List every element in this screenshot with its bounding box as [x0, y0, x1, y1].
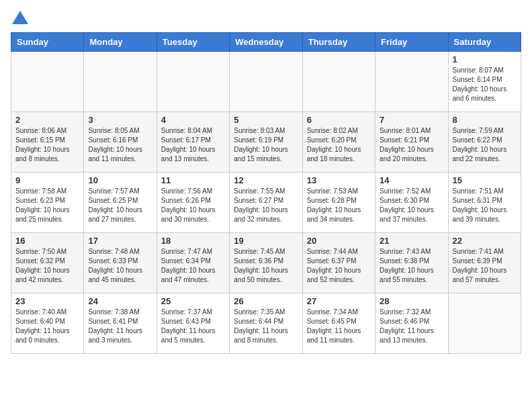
day-number: 11 [161, 175, 225, 185]
day-number: 12 [234, 175, 298, 185]
day-number: 3 [88, 115, 152, 125]
calendar-cell: 24Sunrise: 7:38 AM Sunset: 6:41 PM Dayli… [84, 293, 157, 354]
day-number: 17 [88, 236, 152, 246]
day-info: Sunrise: 7:51 AM Sunset: 6:31 PM Dayligh… [453, 187, 517, 224]
day-number: 19 [234, 236, 298, 246]
day-number: 6 [307, 115, 371, 125]
day-info: Sunrise: 7:35 AM Sunset: 6:44 PM Dayligh… [234, 308, 298, 345]
day-number: 15 [453, 175, 517, 185]
calendar-cell: 10Sunrise: 7:57 AM Sunset: 6:25 PM Dayli… [84, 173, 157, 233]
day-number: 23 [15, 296, 79, 306]
calendar-cell [157, 52, 229, 112]
day-info: Sunrise: 7:32 AM Sunset: 6:46 PM Dayligh… [380, 308, 443, 345]
calendar-week-row: 2Sunrise: 8:06 AM Sunset: 6:15 PM Daylig… [11, 112, 521, 173]
svg-marker-0 [12, 11, 28, 24]
calendar-cell: 19Sunrise: 7:45 AM Sunset: 6:36 PM Dayli… [230, 233, 302, 293]
day-number: 2 [15, 115, 79, 125]
day-info: Sunrise: 8:01 AM Sunset: 6:21 PM Dayligh… [380, 126, 443, 164]
calendar-cell [11, 52, 84, 112]
calendar-cell: 3Sunrise: 8:05 AM Sunset: 6:16 PM Daylig… [84, 112, 157, 173]
day-info: Sunrise: 7:59 AM Sunset: 6:22 PM Dayligh… [453, 126, 517, 164]
calendar-cell: 17Sunrise: 7:48 AM Sunset: 6:33 PM Dayli… [84, 233, 157, 293]
logo-icon [12, 11, 28, 24]
day-number: 18 [161, 236, 225, 246]
day-number: 24 [88, 296, 152, 306]
day-number: 9 [15, 175, 79, 185]
calendar-week-row: 16Sunrise: 7:50 AM Sunset: 6:32 PM Dayli… [11, 233, 521, 293]
day-number: 22 [453, 236, 517, 246]
calendar-cell [448, 293, 521, 354]
calendar-cell: 20Sunrise: 7:44 AM Sunset: 6:37 PM Dayli… [302, 233, 375, 293]
day-info: Sunrise: 7:44 AM Sunset: 6:37 PM Dayligh… [307, 247, 371, 285]
calendar-cell: 21Sunrise: 7:43 AM Sunset: 6:38 PM Dayli… [375, 233, 448, 293]
day-info: Sunrise: 8:02 AM Sunset: 6:20 PM Dayligh… [307, 126, 371, 164]
day-number: 13 [307, 175, 371, 185]
calendar-cell: 8Sunrise: 7:59 AM Sunset: 6:22 PM Daylig… [448, 112, 521, 173]
day-info: Sunrise: 7:50 AM Sunset: 6:32 PM Dayligh… [15, 247, 79, 285]
calendar-cell [302, 52, 375, 112]
header-friday: Friday [375, 33, 448, 52]
day-info: Sunrise: 7:43 AM Sunset: 6:38 PM Dayligh… [380, 247, 443, 285]
calendar-cell: 11Sunrise: 7:56 AM Sunset: 6:26 PM Dayli… [157, 173, 229, 233]
day-info: Sunrise: 7:56 AM Sunset: 6:26 PM Dayligh… [161, 187, 225, 224]
day-number: 28 [380, 296, 443, 306]
day-number: 14 [380, 175, 443, 185]
day-number: 25 [161, 296, 225, 306]
day-number: 10 [88, 175, 152, 185]
logo [11, 11, 30, 24]
day-number: 20 [307, 236, 371, 246]
calendar-cell: 1Sunrise: 8:07 AM Sunset: 6:14 PM Daylig… [448, 52, 521, 112]
header-saturday: Saturday [448, 33, 521, 52]
header-sunday: Sunday [11, 33, 84, 52]
day-info: Sunrise: 7:41 AM Sunset: 6:39 PM Dayligh… [453, 247, 517, 285]
day-info: Sunrise: 7:37 AM Sunset: 6:43 PM Dayligh… [161, 308, 225, 345]
day-number: 27 [307, 296, 371, 306]
day-number: 5 [234, 115, 298, 125]
calendar-cell: 26Sunrise: 7:35 AM Sunset: 6:44 PM Dayli… [230, 293, 302, 354]
calendar-week-row: 1Sunrise: 8:07 AM Sunset: 6:14 PM Daylig… [11, 52, 521, 112]
day-number: 7 [380, 115, 443, 125]
day-number: 8 [453, 115, 517, 125]
day-info: Sunrise: 7:48 AM Sunset: 6:33 PM Dayligh… [88, 247, 152, 285]
calendar-cell: 23Sunrise: 7:40 AM Sunset: 6:40 PM Dayli… [11, 293, 84, 354]
calendar-cell: 22Sunrise: 7:41 AM Sunset: 6:39 PM Dayli… [448, 233, 521, 293]
calendar-cell: 13Sunrise: 7:53 AM Sunset: 6:28 PM Dayli… [302, 173, 375, 233]
calendar-cell: 18Sunrise: 7:47 AM Sunset: 6:34 PM Dayli… [157, 233, 229, 293]
day-info: Sunrise: 7:55 AM Sunset: 6:27 PM Dayligh… [234, 187, 298, 224]
day-info: Sunrise: 8:03 AM Sunset: 6:19 PM Dayligh… [234, 126, 298, 164]
calendar-cell [230, 52, 302, 112]
day-info: Sunrise: 7:53 AM Sunset: 6:28 PM Dayligh… [307, 187, 371, 224]
day-info: Sunrise: 7:58 AM Sunset: 6:23 PM Dayligh… [15, 187, 79, 224]
day-info: Sunrise: 8:06 AM Sunset: 6:15 PM Dayligh… [15, 126, 79, 164]
day-info: Sunrise: 7:45 AM Sunset: 6:36 PM Dayligh… [234, 247, 298, 285]
day-info: Sunrise: 7:57 AM Sunset: 6:25 PM Dayligh… [88, 187, 152, 224]
day-number: 16 [15, 236, 79, 246]
day-info: Sunrise: 7:38 AM Sunset: 6:41 PM Dayligh… [88, 308, 152, 345]
day-info: Sunrise: 8:04 AM Sunset: 6:17 PM Dayligh… [161, 126, 225, 164]
calendar-cell: 6Sunrise: 8:02 AM Sunset: 6:20 PM Daylig… [302, 112, 375, 173]
calendar-cell: 15Sunrise: 7:51 AM Sunset: 6:31 PM Dayli… [448, 173, 521, 233]
calendar-header-row: SundayMondayTuesdayWednesdayThursdayFrid… [11, 33, 521, 52]
day-info: Sunrise: 7:40 AM Sunset: 6:40 PM Dayligh… [15, 308, 79, 345]
header-thursday: Thursday [302, 33, 375, 52]
calendar-cell: 9Sunrise: 7:58 AM Sunset: 6:23 PM Daylig… [11, 173, 84, 233]
calendar-cell: 7Sunrise: 8:01 AM Sunset: 6:21 PM Daylig… [375, 112, 448, 173]
calendar-week-row: 23Sunrise: 7:40 AM Sunset: 6:40 PM Dayli… [11, 293, 521, 354]
header-tuesday: Tuesday [157, 33, 229, 52]
day-number: 4 [161, 115, 225, 125]
calendar-week-row: 9Sunrise: 7:58 AM Sunset: 6:23 PM Daylig… [11, 173, 521, 233]
day-number: 1 [453, 54, 517, 64]
header-wednesday: Wednesday [230, 33, 302, 52]
calendar-cell: 5Sunrise: 8:03 AM Sunset: 6:19 PM Daylig… [230, 112, 302, 173]
day-info: Sunrise: 8:07 AM Sunset: 6:14 PM Dayligh… [453, 66, 517, 103]
calendar-cell [84, 52, 157, 112]
calendar-cell: 28Sunrise: 7:32 AM Sunset: 6:46 PM Dayli… [375, 293, 448, 354]
calendar-cell: 16Sunrise: 7:50 AM Sunset: 6:32 PM Dayli… [11, 233, 84, 293]
day-info: Sunrise: 7:52 AM Sunset: 6:30 PM Dayligh… [380, 187, 443, 224]
calendar-cell: 2Sunrise: 8:06 AM Sunset: 6:15 PM Daylig… [11, 112, 84, 173]
calendar-table: SundayMondayTuesdayWednesdayThursdayFrid… [11, 32, 521, 354]
day-info: Sunrise: 8:05 AM Sunset: 6:16 PM Dayligh… [88, 126, 152, 164]
calendar-cell: 25Sunrise: 7:37 AM Sunset: 6:43 PM Dayli… [157, 293, 229, 354]
calendar-cell [375, 52, 448, 112]
day-info: Sunrise: 7:47 AM Sunset: 6:34 PM Dayligh… [161, 247, 225, 285]
